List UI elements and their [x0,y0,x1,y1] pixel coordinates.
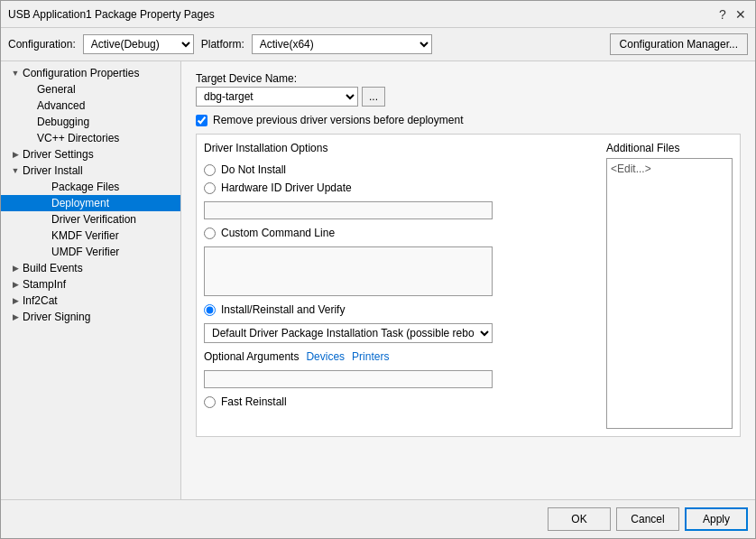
tree-arrow-driver-signing: ▶ [8,312,23,321]
additional-files-section: Additional Files <Edit...> [606,142,733,429]
configuration-select[interactable]: Active(Debug) [83,34,194,54]
tree-arrow-driver-install: ▼ [8,166,23,175]
sidebar-item-driver-signing[interactable]: ▶Driver Signing [1,309,180,325]
fast-reinstall-row: Fast Reinstall [204,395,595,408]
custom-command-radio[interactable] [204,228,216,239]
sidebar-item-config-properties[interactable]: ▼Configuration Properties [1,65,180,81]
tree-arrow-stampinf: ▶ [8,280,23,289]
driver-options: Driver Installation Options Do Not Insta… [204,142,595,429]
custom-command-label: Custom Command Line [221,227,335,239]
tree-label-driver-signing: Driver Signing [23,311,90,323]
do-not-install-radio[interactable] [204,164,216,176]
tree-arrow-driver-settings: ▶ [8,150,23,159]
hardware-id-label: Hardware ID Driver Update [221,181,352,194]
hardware-id-radio[interactable] [204,182,216,194]
optional-args-input[interactable] [204,370,493,388]
additional-files-box[interactable]: <Edit...> [606,158,733,429]
custom-command-row: Custom Command Line [204,227,595,239]
tree-arrow-build-events: ▶ [8,264,23,273]
bottom-bar: OK Cancel Apply [1,499,755,538]
configuration-label: Configuration: [8,38,76,51]
install-task-dropdown[interactable]: Default Driver Package Installation Task… [204,323,493,343]
sidebar-item-driver-install[interactable]: ▼Driver Install [1,163,180,179]
driver-install-section: Driver Installation Options Do Not Insta… [196,134,741,437]
custom-command-textarea[interactable] [204,246,493,296]
additional-files-edit: <Edit...> [611,163,651,175]
tree-label-debugging: Debugging [37,116,89,128]
tree-label-driver-verification: Driver Verification [51,213,136,226]
sidebar-item-debugging[interactable]: Debugging [1,114,180,130]
main-window: USB Application1 Package Property Pages … [0,0,756,539]
tree-label-build-events: Build Events [23,262,83,274]
title-bar: USB Application1 Package Property Pages … [1,1,755,28]
window-title: USB Application1 Package Property Pages [8,8,215,21]
platform-select[interactable]: Active(x64) [252,34,432,54]
remove-previous-label: Remove previous driver versions before d… [213,114,463,126]
sidebar-item-driver-verification[interactable]: Driver Verification [1,211,180,228]
tree-label-inf2cat: Inf2Cat [23,294,58,307]
sidebar: ▼Configuration PropertiesGeneralAdvanced… [1,61,181,499]
tree-label-umdf-verifier: UMDF Verifier [51,246,119,258]
driver-install-options-label: Driver Installation Options [204,142,595,154]
hardware-id-input[interactable] [204,201,493,219]
remove-previous-checkbox[interactable] [196,115,207,126]
tree-label-driver-settings: Driver Settings [23,148,94,161]
do-not-install-label: Do Not Install [221,163,286,176]
tree-label-package-files: Package Files [51,181,119,193]
target-device-section: Target Device Name: dbg-target ... [196,72,741,107]
tree-label-config-properties: Configuration Properties [23,67,139,79]
tree-arrow-inf2cat: ▶ [8,296,23,305]
remove-previous-row: Remove previous driver versions before d… [196,114,741,126]
tree-label-driver-install: Driver Install [23,164,83,177]
sidebar-item-driver-settings[interactable]: ▶Driver Settings [1,146,180,163]
fast-reinstall-radio[interactable] [204,396,216,408]
install-reinstall-radio[interactable] [204,304,216,316]
tree-label-general: General [37,83,76,96]
tree-label-kmdf-verifier: KMDF Verifier [51,229,119,242]
optional-arguments-label: Optional Arguments [204,350,299,363]
platform-label: Platform: [201,38,244,51]
printers-link[interactable]: Printers [352,350,389,363]
tree-arrow-config-properties: ▼ [8,69,23,78]
install-reinstall-label: Install/Reinstall and Verify [221,303,345,316]
sidebar-item-umdf-verifier[interactable]: UMDF Verifier [1,244,180,260]
sidebar-item-kmdf-verifier[interactable]: KMDF Verifier [1,228,180,244]
sidebar-item-inf2cat[interactable]: ▶Inf2Cat [1,293,180,309]
help-button[interactable]: ? [715,7,730,22]
content-area: Target Device Name: dbg-target ... Remov… [181,61,755,499]
tree-label-stampinf: StampInf [23,278,66,291]
title-bar-controls: ? ✕ [715,7,748,22]
additional-files-label: Additional Files [606,142,733,154]
tree-label-deployment: Deployment [51,197,109,209]
target-device-label: Target Device Name: [196,72,741,85]
fast-reinstall-label: Fast Reinstall [221,395,287,408]
hardware-id-row: Hardware ID Driver Update [204,181,595,194]
sidebar-item-package-files[interactable]: Package Files [1,179,180,195]
sidebar-item-advanced[interactable]: Advanced [1,98,180,114]
browse-button[interactable]: ... [362,87,385,107]
apply-button[interactable]: Apply [685,507,748,531]
optional-args-row: Optional Arguments Devices Printers [204,350,595,363]
sidebar-item-deployment[interactable]: Deployment [1,195,180,211]
target-device-select[interactable]: dbg-target [196,87,358,107]
main-area: ▼Configuration PropertiesGeneralAdvanced… [1,61,755,499]
config-manager-button[interactable]: Configuration Manager... [610,33,748,55]
config-row: Configuration: Active(Debug) Platform: A… [1,28,755,61]
sidebar-item-build-events[interactable]: ▶Build Events [1,260,180,276]
close-button[interactable]: ✕ [733,7,748,22]
ok-button[interactable]: OK [548,507,611,531]
install-reinstall-row: Install/Reinstall and Verify [204,303,595,316]
sidebar-item-stampinf[interactable]: ▶StampInf [1,276,180,293]
cancel-button[interactable]: Cancel [616,507,679,531]
do-not-install-row: Do Not Install [204,163,595,176]
tree-label-advanced: Advanced [37,99,85,112]
sidebar-item-vc-directories[interactable]: VC++ Directories [1,130,180,146]
tree-label-vc-directories: VC++ Directories [37,132,119,144]
devices-link[interactable]: Devices [306,350,345,363]
sidebar-item-general[interactable]: General [1,81,180,98]
target-device-row: dbg-target ... [196,87,741,107]
